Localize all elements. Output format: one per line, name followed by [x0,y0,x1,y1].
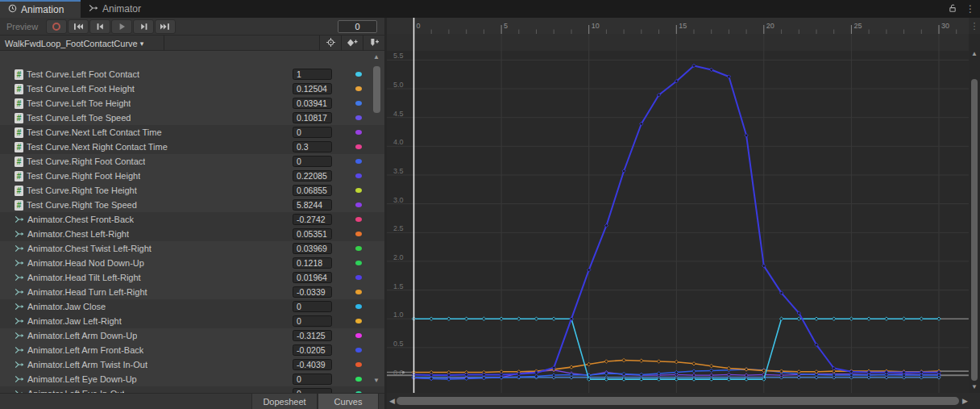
property-value-input[interactable]: 0.01964 [293,272,332,283]
playback-toolbar: Preview [0,18,384,35]
property-row[interactable]: #Test Curve.Right Foot Contact0 [0,154,384,169]
clip-name: WalkFwdLoop_FootContactCurve [5,39,138,48]
property-value-input[interactable]: 1 [293,69,332,80]
property-value-input[interactable]: -0.3125 [293,330,332,341]
property-value-input[interactable]: 0 [293,374,332,385]
property-row[interactable]: #Test Curve.Next Right Contact Time0.3 [0,140,384,154]
property-name: Test Curve.Left Toe Height [27,98,131,108]
property-row[interactable]: Animator.Head Nod Down-Up0.1218 [0,256,384,270]
property-value-input[interactable]: 0 [293,315,332,327]
curve-plot[interactable]: 0.00.51.01.52.02.53.03.54.04.55.05.50510… [387,18,969,393]
property-value-input[interactable]: 0.03969 [293,243,332,254]
property-value-input[interactable]: 0 [293,156,332,167]
curve-vscrollbar-thumb[interactable] [971,79,978,381]
preview-toggle[interactable]: Preview [6,22,38,31]
property-row[interactable]: #Test Curve.Right Foot Height0.22085 [0,169,384,183]
property-row[interactable]: #Test Curve.Left Toe Speed0.10817 [0,111,384,125]
add-keyframe-button[interactable] [341,35,363,51]
step-forward-button[interactable] [133,19,154,34]
property-value-input[interactable]: 0.05351 [293,228,332,240]
skip-to-end-button[interactable] [155,19,176,34]
curve-scroll-up-icon[interactable]: ▲ [969,50,980,57]
svg-text:5.0: 5.0 [393,81,404,89]
animator-icon [89,3,98,15]
property-value-input[interactable]: 0.12504 [293,83,332,94]
property-row[interactable]: Animator.Left Eye In-Out0 [0,386,384,393]
skip-to-start-button[interactable] [68,19,89,34]
tab-curves[interactable]: Curves [318,394,379,409]
hscrollbar-thumb[interactable] [397,397,959,405]
list-scrollbar-thumb[interactable] [373,66,380,113]
clip-dropdown[interactable]: WalkFwdLoop_FootContactCurve ▾ [0,35,164,51]
hscroll-right-icon[interactable]: ▶ [962,393,968,409]
property-row[interactable]: #Test Curve.Left Foot Contact1 [0,67,384,81]
animator-parameter-icon [15,229,24,239]
property-value-input[interactable]: 0 [293,301,332,312]
svg-text:1.5: 1.5 [393,282,404,290]
property-row[interactable]: Animator.Head Turn Left-Right-0.0339 [0,285,384,299]
property-row[interactable]: Animator.Jaw Left-Right0 [0,314,384,328]
property-row[interactable]: Animator.Left Eye Down-Up0 [0,372,384,386]
animator-parameter-icon [15,345,24,355]
property-value-input[interactable]: 5.8244 [293,199,332,211]
svg-text:2.0: 2.0 [393,253,404,261]
animator-parameter-icon [15,244,24,253]
property-row[interactable]: Animator.Chest Twist Left-Right0.03969 [0,241,384,256]
curve-color-dot [355,304,362,309]
property-row[interactable]: #Test Curve.Left Toe Height0.03941 [0,96,384,111]
list-scroll-down-icon[interactable]: ▼ [370,377,383,384]
property-row[interactable]: #Test Curve.Next Left Contact Time0 [0,125,384,140]
add-event-button[interactable] [363,35,384,51]
curve-property-icon: # [15,69,23,80]
property-value-input[interactable]: 0.22085 [293,170,332,182]
property-row[interactable]: #Test Curve.Left Foot Height0.12504 [0,81,384,96]
play-button[interactable] [111,19,132,34]
property-value-input[interactable]: 0.1218 [293,257,332,269]
property-value-input[interactable]: -0.0205 [293,344,332,356]
tab-animation[interactable]: Animation [0,0,81,18]
curve-property-icon: # [15,171,23,182]
list-scroll-up-icon[interactable]: ▲ [370,53,383,61]
property-row[interactable]: Animator.Jaw Close0 [0,299,384,314]
unlock-icon[interactable] [948,3,957,15]
property-name: Animator.Head Tilt Left-Right [27,273,141,282]
curve-color-dot [355,173,362,178]
property-value-input[interactable]: -0.0339 [293,286,332,298]
curve-color-dot [355,319,362,323]
animator-parameter-icon [15,331,24,340]
frame-selected-curves-button[interactable] [319,35,341,51]
property-row[interactable]: #Test Curve.Right Toe Speed5.8244 [0,198,384,212]
property-name: Animator.Chest Twist Left-Right [27,244,152,253]
property-value-input[interactable]: 0.3 [293,141,332,152]
svg-text:15: 15 [679,22,687,30]
window-menu-icon[interactable]: ⋮ [965,4,975,14]
property-row[interactable]: Animator.Chest Left-Right0.05351 [0,227,384,241]
tab-animator[interactable]: Animator [81,0,163,18]
record-button[interactable] [46,19,67,34]
curve-horizontal-scrollbar[interactable]: ◀ ▶ [387,393,980,409]
curve-property-icon: # [15,98,23,109]
property-row[interactable]: Animator.Left Arm Twist In-Out-0.4039 [0,357,384,372]
step-back-button[interactable] [89,19,110,34]
curve-scroll-down-icon[interactable]: ▼ [969,383,980,390]
property-name: Test Curve.Right Toe Height [27,186,137,195]
current-frame-input[interactable]: 0 [338,20,377,33]
curve-property-icon: # [15,200,23,211]
property-value-input[interactable]: 0 [293,127,332,138]
property-name: Test Curve.Next Left Contact Time [27,127,162,137]
property-row[interactable]: Animator.Left Arm Front-Back-0.0205 [0,343,384,357]
property-value-input[interactable]: 0.03941 [293,98,332,109]
property-value-input[interactable]: -0.4039 [293,359,332,370]
property-name: Test Curve.Left Foot Contact [27,69,139,79]
property-row[interactable]: Animator.Head Tilt Left-Right0.01964 [0,270,384,285]
ruler-menu-icon[interactable]: ⋮ [969,18,980,34]
property-value-input[interactable]: -0.2742 [293,214,332,225]
property-row[interactable]: #Test Curve.Right Toe Height0.06855 [0,183,384,198]
property-row[interactable]: Animator.Chest Front-Back-0.2742 [0,212,384,227]
step-back-icon [94,23,106,31]
property-value-input[interactable]: 0.10817 [293,112,332,123]
property-value-input[interactable]: 0.06855 [293,185,332,196]
hscroll-left-icon[interactable]: ◀ [389,393,395,409]
tab-dopesheet[interactable]: Dopesheet [251,394,318,409]
property-row[interactable]: Animator.Left Arm Down-Up-0.3125 [0,328,384,343]
